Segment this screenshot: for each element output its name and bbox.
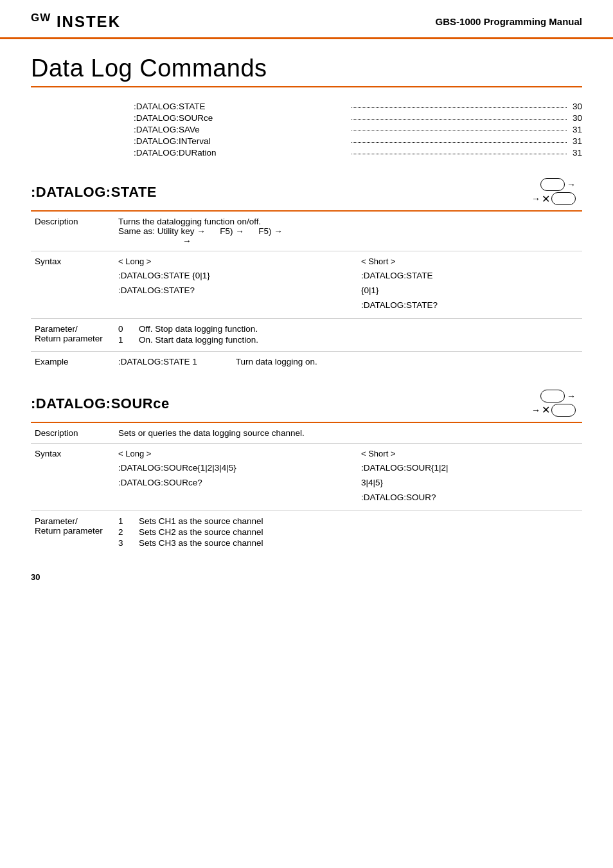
param-desc-0: Off. Stop data logging function. xyxy=(139,324,258,334)
syntax-long-code-state: :DATALOG:STATE {0|1} :DATALOG:STATE? xyxy=(118,269,335,298)
description-label-state: Description xyxy=(31,212,114,251)
syntax-short-code-source: :DATALOG:SOUR{1|2| 3|4|5} :DATALOG:SOUR? xyxy=(361,461,578,505)
toc-page-3: 31 xyxy=(569,125,582,134)
toc-page-5: 31 xyxy=(569,148,582,158)
param-src-1: 1 Sets CH1 as the source channel xyxy=(118,516,578,526)
syntax-long-code-source: :DATALOG:SOURce{1|2|3|4|5} :DATALOG:SOUR… xyxy=(118,461,335,491)
param-desc-src-2: Sets CH2 as the source channel xyxy=(139,527,263,537)
desc-line-1: Turns the datalogging function on/off. xyxy=(118,217,578,226)
command-section-state: :DATALOG:STATE → → ✕ Description Turns t… xyxy=(31,178,582,372)
toc-page-1: 30 xyxy=(569,102,582,111)
toc-label-1: :DATALOG:STATE xyxy=(134,102,349,111)
syntax-long-source: < Long > :DATALOG:SOURce{1|2|3|4|5} :DAT… xyxy=(118,449,335,505)
arrow-right-top: → xyxy=(567,179,576,190)
description-content-state: Turns the datalogging function on/off. S… xyxy=(114,212,582,251)
parameter-content-state: 0 Off. Stop data logging function. 1 On.… xyxy=(114,318,582,351)
param-src-2: 2 Sets CH2 as the source channel xyxy=(118,527,578,537)
param-key-0: 0 xyxy=(118,324,130,334)
diagram-box-bottom xyxy=(551,192,576,205)
syntax-diagram-state: → → ✕ xyxy=(531,178,576,206)
diagram-box-source-bottom xyxy=(551,404,576,417)
syntax-short-state: < Short > :DATALOG:STATE {0|1} :DATALOG:… xyxy=(361,257,578,313)
logo: GW INSTEK xyxy=(31,12,121,31)
toc-item-2: :DATALOG:SOURce 30 xyxy=(134,113,582,123)
parameter-row-state: Parameter/Return parameter 0 Off. Stop d… xyxy=(31,318,582,351)
param-desc-src-1: Sets CH1 as the source channel xyxy=(139,516,263,526)
toc-label-3: :DATALOG:SAVe xyxy=(134,125,349,134)
command-header-state: :DATALOG:STATE → → ✕ xyxy=(31,178,582,212)
page-number: 30 xyxy=(31,572,582,582)
description-content-source: Sets or queries the data logging source … xyxy=(114,423,582,444)
desc-line-3: → xyxy=(118,236,578,246)
syntax-label-source: Syntax xyxy=(31,443,114,511)
syntax-short-header-state: < Short > xyxy=(361,257,578,266)
command-header-source: :DATALOG:SOURce → → ✕ xyxy=(31,390,582,423)
toc-item-4: :DATALOG:INTerval 31 xyxy=(134,136,582,146)
diagram-box-top xyxy=(540,178,565,191)
param-src-3: 3 Sets CH3 as the source channel xyxy=(118,538,578,548)
arrow-in: → xyxy=(531,194,540,204)
syntax-row-source: Syntax < Long > :DATALOG:SOURce{1|2|3|4|… xyxy=(31,443,582,511)
param-desc-src-3: Sets CH3 as the source channel xyxy=(139,538,263,548)
diagram-row-2: → ✕ xyxy=(531,192,576,205)
syntax-short-header-source: < Short > xyxy=(361,449,578,458)
command-name-state: :DATALOG:STATE xyxy=(31,184,157,201)
parameter-row-source: Parameter/Return parameter 1 Sets CH1 as… xyxy=(31,511,582,554)
parameter-content-source: 1 Sets CH1 as the source channel 2 Sets … xyxy=(114,511,582,554)
syntax-row-state: Syntax < Long > :DATALOG:STATE {0|1} :DA… xyxy=(31,251,582,319)
toc-item-3: :DATALOG:SAVe 31 xyxy=(134,125,582,134)
header-title: GBS-1000 Programming Manual xyxy=(436,16,582,27)
diagram-row-source-2: → ✕ xyxy=(531,404,576,417)
syntax-content-state: < Long > :DATALOG:STATE {0|1} :DATALOG:S… xyxy=(114,251,582,319)
toc-item-5: :DATALOG:DURation 31 xyxy=(134,148,582,158)
arrow-right-source-top: → xyxy=(567,391,576,401)
arrow-in-source: → xyxy=(531,405,540,415)
command-name-source: :DATALOG:SOURce xyxy=(31,395,170,412)
toc-label-2: :DATALOG:SOURce xyxy=(134,113,349,123)
diagram-box-source-top xyxy=(540,390,565,402)
command-table-source: Description Sets or queries the data log… xyxy=(31,423,582,554)
x-symbol-source: ✕ xyxy=(542,404,550,416)
diagram-row-source-1: → xyxy=(540,390,576,402)
toc-label-5: :DATALOG:DURation xyxy=(134,148,349,158)
syntax-long-header-state: < Long > xyxy=(118,257,335,266)
page-title: Data Log Commands xyxy=(31,55,582,82)
command-section-source: :DATALOG:SOURce → → ✕ Description Sets o… xyxy=(31,390,582,554)
syntax-diagram-source: → → ✕ xyxy=(531,390,576,418)
main-content: Data Log Commands :DATALOG:STATE 30 :DAT… xyxy=(0,39,613,602)
parameter-label-source: Parameter/Return parameter xyxy=(31,511,114,554)
syntax-label-state: Syntax xyxy=(31,251,114,319)
param-key-1: 1 xyxy=(118,335,130,345)
desc-line-2: Same as: Utility key → F5) → F5) → xyxy=(118,226,578,236)
example-desc-state: Turn data logging on. xyxy=(236,357,317,366)
param-key-src-2: 2 xyxy=(118,527,130,537)
description-row-source: Description Sets or queries the data log… xyxy=(31,423,582,444)
table-of-contents: :DATALOG:STATE 30 :DATALOG:SOURce 30 :DA… xyxy=(134,102,582,158)
x-symbol: ✕ xyxy=(542,193,550,205)
syntax-short-source: < Short > :DATALOG:SOUR{1|2| 3|4|5} :DAT… xyxy=(361,449,578,505)
syntax-long-state: < Long > :DATALOG:STATE {0|1} :DATALOG:S… xyxy=(118,257,335,313)
command-table-state: Description Turns the datalogging functi… xyxy=(31,212,582,372)
param-desc-1: On. Start data logging function. xyxy=(139,335,258,345)
syntax-short-code-state: :DATALOG:STATE {0|1} :DATALOG:STATE? xyxy=(361,269,578,313)
parameter-label-state: Parameter/Return parameter xyxy=(31,318,114,351)
param-0: 0 Off. Stop data logging function. xyxy=(118,324,578,334)
diagram-row-1: → xyxy=(540,178,576,191)
description-label-source: Description xyxy=(31,423,114,444)
example-row-state: Example :DATALOG:STATE 1 Turn data loggi… xyxy=(31,351,582,372)
toc-page-4: 31 xyxy=(569,136,582,146)
syntax-long-header-source: < Long > xyxy=(118,449,335,458)
toc-item-1: :DATALOG:STATE 30 xyxy=(134,102,582,111)
example-line: :DATALOG:STATE 1 Turn data logging on. xyxy=(118,357,578,366)
description-row-state: Description Turns the datalogging functi… xyxy=(31,212,582,251)
example-content-state: :DATALOG:STATE 1 Turn data logging on. xyxy=(114,351,582,372)
param-1: 1 On. Start data logging function. xyxy=(118,335,578,345)
param-key-src-1: 1 xyxy=(118,516,130,526)
toc-page-2: 30 xyxy=(569,113,582,123)
syntax-content-source: < Long > :DATALOG:SOURce{1|2|3|4|5} :DAT… xyxy=(114,443,582,511)
param-key-src-3: 3 xyxy=(118,538,130,548)
example-cmd-state: :DATALOG:STATE 1 xyxy=(118,357,197,366)
toc-label-4: :DATALOG:INTerval xyxy=(134,136,349,146)
page-header: GW INSTEK GBS-1000 Programming Manual xyxy=(0,0,613,39)
example-label-state: Example xyxy=(31,351,114,372)
